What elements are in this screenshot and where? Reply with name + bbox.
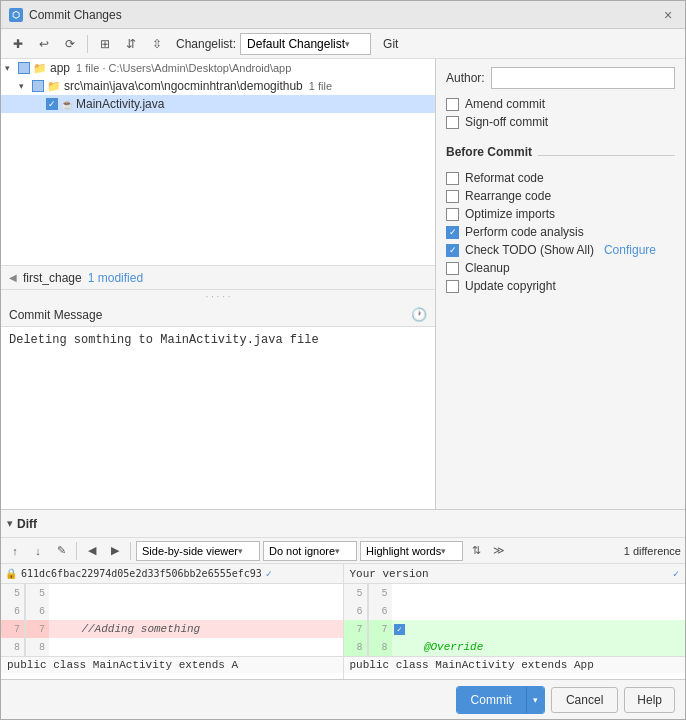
status-bar: ◀ first_chage 1 modified [1, 266, 435, 290]
commit-message-input[interactable]: Deleting somthing to MainActivity.java f… [1, 326, 435, 509]
branch-name: first_chage [23, 271, 82, 285]
analysis-label: Perform code analysis [465, 225, 584, 239]
arrow-src: ▾ [19, 81, 29, 91]
cleanup-row: Cleanup [446, 261, 675, 275]
amend-commit-checkbox[interactable] [446, 98, 459, 111]
diff-line-right-6: 6 6 [344, 602, 686, 620]
line-num-l7: 7 [1, 620, 25, 638]
app-icon: ⬡ [9, 8, 23, 22]
line-check-r7[interactable]: ✓ [392, 624, 408, 635]
file-icon-mainactivity: ☕ [61, 99, 73, 110]
app-path: 1 file · C:\Users\Admin\Desktop\Android\… [73, 62, 291, 74]
rearrange-checkbox[interactable] [446, 190, 459, 203]
green-check-right: ✓ [673, 568, 679, 580]
highlight-arrow: ▾ [441, 546, 446, 556]
expand-button[interactable]: ⇵ [120, 33, 142, 55]
src-detail: 1 file [306, 80, 332, 92]
lock-icon: 🔒 [5, 568, 17, 580]
changelist-value: Default Changelist [247, 37, 345, 51]
todo-row: ✓ Check TODO (Show All) Configure [446, 243, 675, 257]
optimize-checkbox[interactable] [446, 208, 459, 221]
git-options: Amend commit Sign-off commit [446, 97, 675, 129]
folder-icon-src: 📁 [47, 80, 61, 93]
changelist-arrow: ▾ [345, 39, 350, 49]
configure-link[interactable]: Configure [604, 243, 656, 257]
commit-message-label: Commit Message [9, 308, 102, 322]
diff-more-btn[interactable]: ≫ [489, 541, 509, 561]
diff-collapse-arrow[interactable]: ▾ [7, 517, 13, 530]
drag-handle-1[interactable]: · · · · · [1, 290, 435, 303]
author-row: Author: [446, 67, 675, 89]
diff-edit-btn[interactable]: ✎ [51, 541, 71, 561]
todo-checkbox[interactable]: ✓ [446, 244, 459, 257]
checkbox-mainactivity[interactable]: ✓ [46, 98, 58, 110]
collapse-button[interactable]: ⇳ [146, 33, 168, 55]
reformat-row: Reformat code [446, 171, 675, 185]
diff-settings-btn[interactable]: ⇅ [466, 541, 486, 561]
line-num-r6: 6 [344, 602, 368, 620]
diff-count: 1 difference [624, 545, 681, 557]
line-content-l7: //Adding something [49, 623, 343, 635]
optimize-label: Optimize imports [465, 207, 555, 221]
cleanup-checkbox[interactable] [446, 262, 459, 275]
git-label: Git [383, 37, 398, 51]
diff-next-btn[interactable]: ▶ [105, 541, 125, 561]
folder-icon-app: 📁 [33, 62, 47, 75]
before-commit-label: Before Commit [446, 145, 532, 159]
window-title: Commit Changes [29, 8, 122, 22]
diff-line-left-8: 8 8 [1, 638, 343, 656]
reformat-checkbox[interactable] [446, 172, 459, 185]
tree-item-mainactivity[interactable]: ▾ ✓ ☕ MainActivity.java [1, 95, 435, 113]
right-panel: Author: Amend commit Sign-off commit Bef… [436, 59, 685, 509]
modified-badge[interactable]: 1 modified [88, 271, 143, 285]
analysis-checkbox[interactable]: ✓ [446, 226, 459, 239]
highlight-dropdown[interactable]: Highlight words ▾ [360, 541, 463, 561]
line-num-l8: 8 [1, 638, 25, 656]
checkbox-src[interactable] [32, 80, 44, 92]
diff-down-btn[interactable]: ↓ [28, 541, 48, 561]
viewer-dropdown[interactable]: Side-by-side viewer ▾ [136, 541, 260, 561]
line-num-r5b: 5 [368, 584, 392, 602]
sign-off-checkbox[interactable] [446, 116, 459, 129]
sign-off-label: Sign-off commit [465, 115, 548, 129]
commit-message-header: Commit Message 🕐 [1, 303, 435, 326]
group-button[interactable]: ⊞ [94, 33, 116, 55]
mainactivity-name: MainActivity.java [76, 97, 164, 111]
diff-right: Your version ✓ 5 5 6 6 [344, 564, 686, 679]
diff-line-right-5: 5 5 [344, 584, 686, 602]
help-button[interactable]: Help [624, 687, 675, 713]
diff-prev-btn[interactable]: ◀ [82, 541, 102, 561]
diff-up-btn[interactable]: ↑ [5, 541, 25, 561]
section-divider: Before Commit [446, 145, 675, 165]
changelist-dropdown[interactable]: Default Changelist ▾ [240, 33, 371, 55]
add-button[interactable]: ✚ [7, 33, 29, 55]
copyright-checkbox[interactable] [446, 280, 459, 293]
close-button[interactable]: × [659, 6, 677, 24]
refresh-button[interactable]: ⟳ [59, 33, 81, 55]
commit-dropdown-arrow: ▾ [533, 695, 538, 705]
diff-content: 🔒 611dc6fbac22974d05e2d33f506bb2e6555efc… [1, 564, 685, 679]
diff-line-left-5: 5 5 [1, 584, 343, 602]
right-code-text: public class MainActivity extends App [350, 659, 594, 671]
undo-button[interactable]: ↩ [33, 33, 55, 55]
commit-dropdown-button[interactable]: ▾ [526, 687, 544, 713]
rearrange-label: Rearrange code [465, 189, 551, 203]
cancel-button[interactable]: Cancel [551, 687, 618, 713]
tree-item-src[interactable]: ▾ 📁 src\main\java\com\ngocminhtran\demog… [1, 77, 435, 95]
ignore-arrow: ▾ [335, 546, 340, 556]
checkbox-app[interactable] [18, 62, 30, 74]
ignore-dropdown[interactable]: Do not ignore ▾ [263, 541, 357, 561]
tree-item-app[interactable]: ▾ 📁 app 1 file · C:\Users\Admin\Desktop\… [1, 59, 435, 77]
line-num-l5: 5 [1, 584, 25, 602]
commit-button[interactable]: Commit [457, 687, 526, 713]
analysis-row: ✓ Perform code analysis [446, 225, 675, 239]
author-input[interactable] [491, 67, 675, 89]
title-bar: ⬡ Commit Changes × [1, 1, 685, 29]
clock-icon[interactable]: 🕐 [411, 307, 427, 322]
app-name: app [50, 61, 70, 75]
diff-header: ▾ Diff [1, 510, 685, 538]
diff-title: Diff [17, 517, 37, 531]
left-code-text: public class MainActivity extends A [7, 659, 238, 671]
line-num-r7b: 7 [368, 620, 392, 638]
green-check-left: ✓ [266, 568, 272, 580]
